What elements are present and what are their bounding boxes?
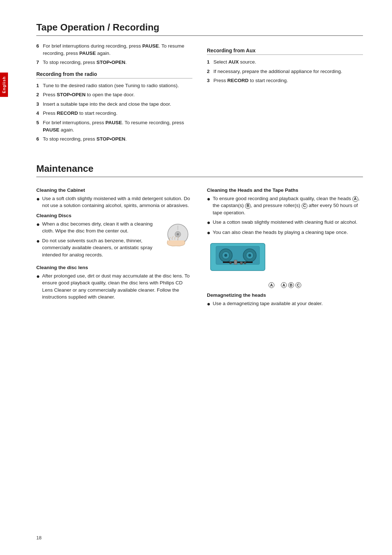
aux-item-3: 3 Press RECORD to start recording. [207, 77, 363, 84]
svg-point-17 [240, 262, 243, 264]
aux-item-2: 2 If necessary, prepare the additional a… [207, 68, 363, 75]
discs-item-2: ● Do not use solvents such as benzene, t… [36, 237, 156, 259]
aux-subsection-title: Recording from Aux [207, 48, 363, 55]
heads-item-3: ● You can also clean the heads by playin… [207, 229, 363, 236]
discs-subsection: Cleaning Discs [36, 213, 192, 261]
disc-lens-title: Cleaning the disc lens [36, 265, 192, 270]
cabinet-list: ● Use a soft cloth slightly moistened wi… [36, 195, 192, 209]
tape-section: Tape Operation / Recording 6 For brief i… [36, 22, 363, 145]
tape-label-a-outer: A [269, 282, 274, 288]
language-tab: English [0, 73, 8, 97]
svg-point-9 [224, 254, 227, 257]
tape-label-ab-group: A B C [281, 282, 301, 288]
tape-left-col: 6 For brief interruptions during recordi… [36, 42, 192, 145]
radio-list: 1 Tune to the desired radio station (see… [36, 82, 192, 143]
demagnetizing-list: ● Use a demagnetizing tape available at … [207, 300, 363, 307]
heads-list: ● To ensure good recording and playback … [207, 195, 363, 236]
aux-subsection: Recording from Aux 1 Select AUX source. … [207, 48, 363, 84]
cabinet-item-1: ● Use a soft cloth slightly moistened wi… [36, 195, 192, 209]
tape-deck-illustration [207, 240, 363, 281]
svg-rect-14 [234, 260, 237, 264]
discs-content: ● When a disc becomes dirty, clean it wi… [36, 220, 192, 261]
radio-item-4: 4 Press RECORD to start recording. [36, 110, 192, 117]
cabinet-subsection: Cleaning the Cabinet ● Use a soft cloth … [36, 187, 192, 209]
heads-item-2: ● Use a cotton swab slightly moistened w… [207, 219, 363, 226]
heads-item-1: ● To ensure good recording and playback … [207, 195, 363, 216]
aux-item-1: 1 Select AUX source. [207, 58, 363, 66]
heads-title: Cleaning the Heads and the Tape Paths [207, 187, 363, 193]
svg-point-12 [248, 254, 251, 257]
label-c: C [302, 203, 307, 209]
disc-lens-subsection: Cleaning the disc lens ● After prolonged… [36, 265, 192, 301]
disc-cleaning-image [160, 220, 192, 250]
disc-lens-item-1: ● After prolonged use, dirt or dust may … [36, 272, 192, 301]
svg-rect-13 [223, 262, 253, 263]
cabinet-title: Cleaning the Cabinet [36, 187, 192, 193]
radio-item-2: 2 Press STOP•OPEN to open the tape door. [36, 91, 192, 98]
disc-lens-list: ● After prolonged use, dirt or dust may … [36, 272, 192, 301]
demagnetizing-subsection: Demagnetizing the heads ● Use a demagnet… [207, 292, 363, 307]
demagnetizing-item-1: ● Use a demagnetizing tape available at … [207, 300, 363, 307]
label-b: B [245, 203, 251, 209]
discs-title: Cleaning Discs [36, 213, 192, 218]
tape-section-title: Tape Operation / Recording [36, 22, 363, 36]
tape-deck-svg [207, 240, 269, 280]
maint-right-col: Cleaning the Heads and the Tape Paths ● … [207, 184, 363, 310]
radio-item-6: 6 To stop recording, press STOP•OPEN. [36, 135, 192, 143]
radio-subsection: Recording from the radio 1 Tune to the d… [36, 71, 192, 143]
maintenance-section: Maintenance Cleaning the Cabinet ● Use a… [36, 163, 363, 310]
aux-list: 1 Select AUX source. 2 If necessary, pre… [207, 58, 363, 84]
svg-point-16 [244, 262, 246, 264]
page-number: 18 [36, 535, 41, 540]
label-a: A [352, 196, 358, 202]
tape-right-col: Recording from Aux 1 Select AUX source. … [207, 42, 363, 145]
svg-point-15 [229, 262, 232, 264]
svg-point-2 [177, 233, 179, 235]
tape-intro-item-7: 7 To stop recording, press STOP•OPEN. [36, 59, 192, 66]
maintenance-section-title: Maintenance [36, 163, 363, 177]
tape-intro-item-6: 6 For brief interruptions during recordi… [36, 42, 192, 57]
radio-item-1: 1 Tune to the desired radio station (see… [36, 82, 192, 89]
heads-subsection: Cleaning the Heads and the Tape Paths ● … [207, 187, 363, 288]
radio-item-3: 3 Insert a suitable tape into the deck a… [36, 101, 192, 108]
tape-intro-list: 6 For brief interruptions during recordi… [36, 42, 192, 66]
maint-left-col: Cleaning the Cabinet ● Use a soft cloth … [36, 184, 192, 310]
tape-labels-row: A A B C [207, 282, 363, 288]
radio-item-5: 5 For brief interruptions, press PAUSE. … [36, 119, 192, 133]
radio-subsection-title: Recording from the radio [36, 71, 192, 78]
discs-item-1: ● When a disc becomes dirty, clean it wi… [36, 220, 156, 235]
demagnetizing-title: Demagnetizing the heads [207, 292, 363, 298]
